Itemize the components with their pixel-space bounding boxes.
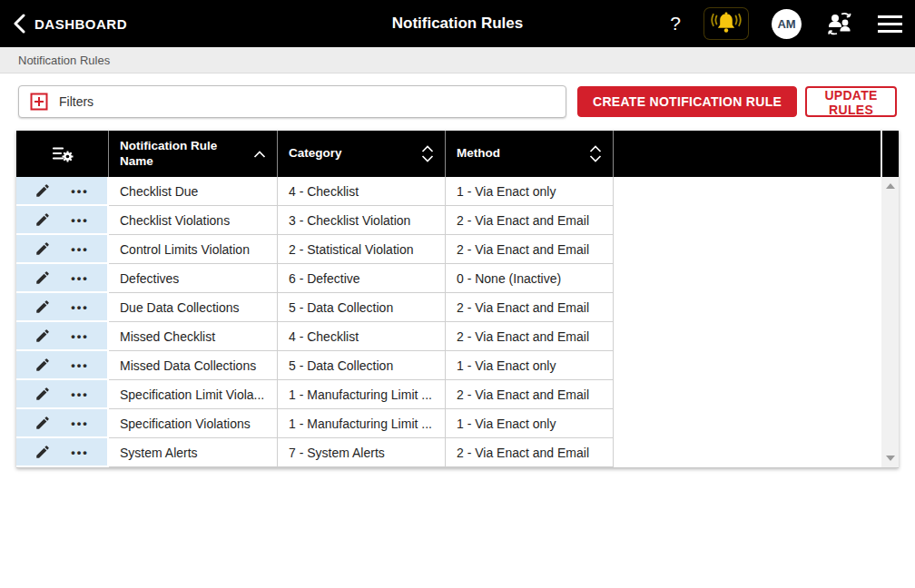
rule-name-cell: Missed Data Collections <box>109 351 278 380</box>
category-cell: 7 - System Alerts <box>278 438 446 467</box>
column-header-method[interactable]: Method <box>446 131 614 177</box>
pencil-icon <box>34 415 51 431</box>
filler-cell <box>614 409 881 438</box>
table-row: ••• Control Limits Violation 2 - Statist… <box>16 235 881 264</box>
rule-name-cell: Checklist Violations <box>109 206 278 235</box>
filler-cell <box>614 264 881 293</box>
pencil-icon <box>34 328 51 344</box>
ellipsis-icon: ••• <box>71 272 89 284</box>
vertical-scrollbar[interactable] <box>881 177 899 467</box>
method-cell: 1 - Via Enact only <box>446 409 614 438</box>
row-menu-button[interactable]: ••• <box>71 417 89 429</box>
sort-desc-icon <box>421 155 434 162</box>
menu-button[interactable] <box>878 15 902 33</box>
row-menu-button[interactable]: ••• <box>71 301 89 313</box>
row-menu-button[interactable]: ••• <box>71 330 89 342</box>
breadcrumb-item[interactable]: Notification Rules <box>18 54 110 67</box>
column-header-category[interactable]: Category <box>278 131 446 177</box>
edit-row-button[interactable] <box>34 270 51 286</box>
list-gear-icon <box>52 145 74 162</box>
row-menu-button[interactable]: ••• <box>71 359 89 371</box>
hamburger-icon <box>878 15 902 18</box>
category-cell: 1 - Manufacturing Limit ... <box>278 409 446 438</box>
method-cell: 2 - Via Enact and Email <box>446 293 614 322</box>
user-avatar[interactable]: AM <box>772 9 802 39</box>
filler-cell <box>614 293 881 322</box>
row-menu-button[interactable]: ••• <box>71 446 89 458</box>
pencil-icon <box>34 182 51 199</box>
sort-indicator <box>253 151 266 158</box>
row-menu-button[interactable]: ••• <box>71 214 89 226</box>
rule-name-cell: Specification Limit Viola... <box>109 380 278 409</box>
filters-box[interactable]: Filters <box>18 85 566 118</box>
table-body: ••• Checklist Due 4 - Checklist 1 - Via … <box>16 177 881 467</box>
row-actions-cell: ••• <box>16 264 109 293</box>
category-cell: 4 - Checklist <box>278 322 446 351</box>
ellipsis-icon: ••• <box>71 446 89 458</box>
method-cell: 1 - Via Enact only <box>446 177 614 206</box>
filler-cell <box>614 322 881 351</box>
row-actions-cell: ••• <box>16 322 109 351</box>
filler-cell <box>614 380 881 409</box>
rule-name-cell: Missed Checklist <box>109 322 278 351</box>
category-cell: 1 - Manufacturing Limit ... <box>278 380 446 409</box>
sort-asc-icon <box>589 145 602 152</box>
bell-icon <box>708 11 744 36</box>
edit-row-button[interactable] <box>34 299 51 315</box>
method-cell: 2 - Via Enact and Email <box>446 235 614 264</box>
table-row: ••• Due Data Collections 5 - Data Collec… <box>16 293 881 322</box>
category-cell: 5 - Data Collection <box>278 351 446 380</box>
pencil-icon <box>34 444 51 460</box>
row-menu-button[interactable]: ••• <box>71 243 89 255</box>
row-menu-button[interactable]: ••• <box>71 272 89 284</box>
back-label: DASHBOARD <box>34 16 127 32</box>
edit-row-button[interactable] <box>34 444 51 460</box>
column-header-rule-name[interactable]: Notification Rule Name <box>109 131 278 177</box>
edit-row-button[interactable] <box>34 415 51 431</box>
pencil-icon <box>34 357 51 373</box>
method-cell: 2 - Via Enact and Email <box>446 206 614 235</box>
table-row: ••• Specification Violations 1 - Manufac… <box>16 409 881 438</box>
create-notification-rule-button[interactable]: CREATE NOTIFICATION RULE <box>577 86 797 117</box>
filler-cell <box>614 438 881 467</box>
scroll-down-arrow[interactable] <box>881 451 899 466</box>
back-button[interactable]: DASHBOARD <box>13 14 127 34</box>
edit-row-button[interactable] <box>34 386 51 402</box>
sort-indicator <box>421 145 434 162</box>
edit-row-button[interactable] <box>34 211 51 228</box>
switch-user-button[interactable] <box>825 11 854 36</box>
topbar-actions: ? AM <box>670 8 902 39</box>
row-menu-button[interactable]: ••• <box>71 388 89 400</box>
top-bar: DASHBOARD Notification Rules ? AM <box>0 0 915 47</box>
row-actions-cell: ••• <box>16 351 109 380</box>
notifications-button[interactable] <box>704 8 748 39</box>
filler-cell <box>614 206 881 235</box>
filler-cell <box>614 235 881 264</box>
pencil-icon <box>34 211 51 228</box>
row-actions-cell: ••• <box>16 177 109 206</box>
ellipsis-icon: ••• <box>71 301 89 313</box>
scroll-up-arrow[interactable] <box>881 179 899 193</box>
update-rules-button[interactable]: UPDATE RULES <box>805 86 897 117</box>
sort-asc-icon <box>253 151 266 158</box>
category-cell: 2 - Statistical Violation <box>278 235 446 264</box>
help-button[interactable]: ? <box>670 13 681 34</box>
manage-columns-header[interactable] <box>16 131 109 177</box>
category-cell: 3 - Checklist Violation <box>278 206 446 235</box>
filler-cell <box>614 177 881 206</box>
table-row: ••• System Alerts 7 - System Alerts 2 - … <box>16 438 881 467</box>
pencil-icon <box>34 270 51 286</box>
row-menu-button[interactable]: ••• <box>71 185 89 197</box>
row-actions-cell: ••• <box>16 380 109 409</box>
edit-row-button[interactable] <box>34 240 51 257</box>
edit-row-button[interactable] <box>34 328 51 344</box>
row-actions-cell: ••• <box>16 409 109 438</box>
edit-row-button[interactable] <box>34 357 51 373</box>
method-cell: 2 - Via Enact and Email <box>446 438 614 467</box>
category-cell: 6 - Defective <box>278 264 446 293</box>
sort-asc-icon <box>421 145 434 152</box>
ellipsis-icon: ••• <box>71 417 89 429</box>
table-row: ••• Missed Data Collections 5 - Data Col… <box>16 351 881 380</box>
edit-row-button[interactable] <box>34 182 51 199</box>
ellipsis-icon: ••• <box>71 330 89 342</box>
